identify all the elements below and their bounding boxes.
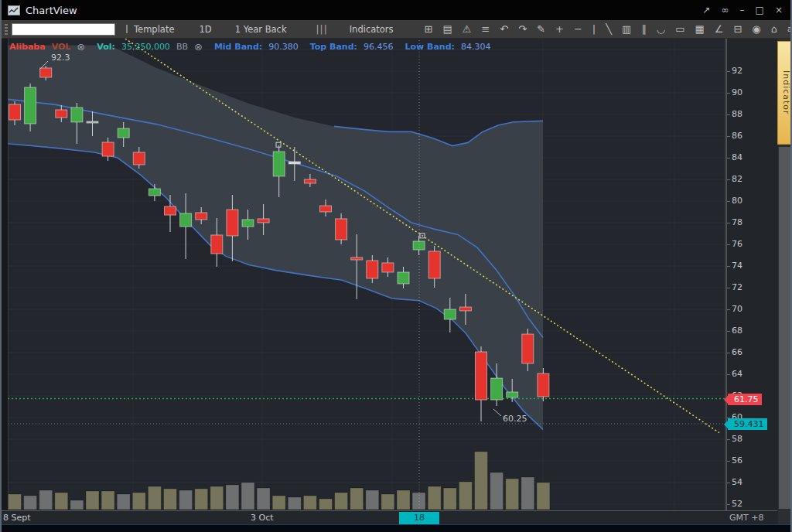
trend-line-icon[interactable]: ╲ <box>606 24 612 34</box>
mid-band-label: Mid Band: <box>214 42 262 52</box>
price-tick: 72 <box>732 282 742 292</box>
volume-overlay-label: VOL <box>52 42 71 52</box>
template-button[interactable]: Template <box>132 24 176 35</box>
top-band-value: 96.456 <box>364 42 394 52</box>
price-tickmark <box>727 179 730 180</box>
price-tickmark <box>727 266 730 267</box>
volume-value: 35,250,000 <box>121 42 170 52</box>
price-tickmark <box>727 439 730 440</box>
price-tickmark <box>727 114 730 115</box>
remove-volume-icon[interactable]: ⊗ <box>77 42 85 52</box>
price-tick: 68 <box>732 326 742 336</box>
price-tick: 52 <box>732 499 742 509</box>
text-tool-icon[interactable]: abc <box>787 26 792 33</box>
price-tickmark <box>727 93 730 94</box>
grid-icon[interactable]: ▦ <box>695 24 704 34</box>
title-bar: ChartView ↗ ∞ – □ × <box>2 0 790 20</box>
price-tick: 58 <box>732 434 742 444</box>
price-tick: 82 <box>732 174 742 184</box>
symbol-search-input[interactable] <box>12 23 115 36</box>
undo-icon[interactable]: ↶ <box>500 24 508 34</box>
indicators-button[interactable]: Indicators <box>348 24 395 35</box>
fan-lines-icon[interactable]: ∠ <box>715 24 724 34</box>
price-tick: 84 <box>732 152 742 162</box>
link-icon[interactable]: ∞ <box>722 5 729 15</box>
price-tickmark <box>727 201 730 202</box>
calendar-icon[interactable]: ⊞ <box>425 24 433 34</box>
last-price-chip: 61.75 <box>728 394 762 405</box>
price-tickmark <box>727 461 730 462</box>
price-tick: 70 <box>732 304 742 314</box>
window-title: ChartView <box>26 5 77 16</box>
volume-label: Vol: <box>97 42 115 52</box>
svg-text:60.25: 60.25 <box>503 414 527 424</box>
rectangle-icon[interactable]: ▭ <box>675 24 684 34</box>
save-icon[interactable]: ▤ <box>442 24 452 34</box>
price-tickmark <box>727 288 730 288</box>
price-tickmark <box>727 71 730 72</box>
redo-icon[interactable]: ↷ <box>518 24 527 34</box>
mid-band-value: 90.380 <box>268 42 299 52</box>
chart-canvas[interactable]: 92.360.25 <box>2 39 726 510</box>
price-tickmark <box>727 309 730 310</box>
toolbar-grip[interactable] <box>5 24 8 35</box>
price-tick: 88 <box>732 109 742 119</box>
popout-icon[interactable]: ↗ <box>703 5 711 15</box>
fib-retracement-icon[interactable]: ⊟ <box>733 24 742 34</box>
range-button[interactable]: 1 Year Back <box>234 24 288 35</box>
timezone-label: GMT +8 <box>729 513 763 523</box>
price-tickmark <box>727 353 730 353</box>
price-tickmark <box>727 244 730 245</box>
price-axis[interactable]: 61.75 59.431 929088868482807876747270686… <box>726 39 777 524</box>
vertical-line-icon[interactable]: | <box>592 24 596 34</box>
window-bottom-edge <box>2 524 790 532</box>
add-icon[interactable]: + <box>555 24 564 34</box>
interval-button[interactable]: 1D <box>197 24 213 35</box>
toolbar: Template 1D 1 Year Back ||| Indicators ⊞… <box>2 20 790 39</box>
price-tick: 74 <box>732 261 742 271</box>
price-tickmark <box>727 374 730 375</box>
alert-icon[interactable]: ⚠ <box>463 24 472 34</box>
drawing-tools: ⊞▤⚠≡↶↷✎+−|╲▥∥◡▭▦∠⊟◉⌂abc⇧⇩◈◇ <box>425 24 792 34</box>
parallel-channel-icon[interactable]: ∥ <box>641 24 647 34</box>
price-tick: 54 <box>732 477 742 487</box>
low-band-label: Low Band: <box>405 42 454 52</box>
template-icon <box>126 25 128 33</box>
target-icon[interactable]: ◉ <box>752 24 760 34</box>
sliders-icon[interactable]: ||| <box>316 24 328 35</box>
side-scrollbar-thumb[interactable] <box>779 147 790 509</box>
menu-icon[interactable]: ≡ <box>481 24 490 34</box>
price-tick: 64 <box>732 369 742 379</box>
price-tick: 90 <box>732 87 742 97</box>
remove-bb-icon[interactable]: ⊗ <box>194 42 203 52</box>
minimize-icon[interactable]: – <box>740 5 745 15</box>
close-icon[interactable]: × <box>775 5 783 15</box>
indicator-panel-tab[interactable]: Indicator <box>777 41 792 145</box>
polygon-icon[interactable]: ⌂ <box>771 24 777 34</box>
time-label-start: 8 Sept <box>3 513 31 523</box>
app-logo-icon <box>8 5 20 15</box>
price-tick: 66 <box>732 347 742 357</box>
price-tick: 76 <box>732 239 742 249</box>
draw-pencil-icon[interactable]: ✎ <box>537 24 545 34</box>
chartview-window: ChartView ↗ ∞ – □ × Template 1D 1 Year B… <box>0 0 792 532</box>
bb-label: BB <box>176 42 188 52</box>
time-label-mid: 3 Oct <box>251 513 274 523</box>
remove-icon[interactable]: − <box>574 24 582 34</box>
maximize-icon[interactable]: □ <box>756 5 764 15</box>
svg-text:92.3: 92.3 <box>51 53 70 63</box>
time-axis[interactable]: 8 Sept 3 Oct 18 Oct'22 GMT +8 <box>2 510 777 524</box>
arc-icon[interactable]: ◡ <box>657 24 665 34</box>
histogram-icon[interactable]: ▥ <box>622 24 631 34</box>
price-tick: 86 <box>732 131 742 141</box>
price-tickmark <box>727 504 730 505</box>
price-tick: 56 <box>732 455 742 466</box>
price-tickmark <box>727 223 730 223</box>
low-band-value: 84.304 <box>461 42 491 52</box>
price-tickmark <box>727 136 730 137</box>
price-tick: 78 <box>732 217 742 227</box>
price-tick: 80 <box>732 196 742 206</box>
crosshair-price-chip: 59.431 <box>728 418 767 430</box>
price-tick: 92 <box>732 66 742 76</box>
top-band-label: Top Band: <box>310 42 357 52</box>
